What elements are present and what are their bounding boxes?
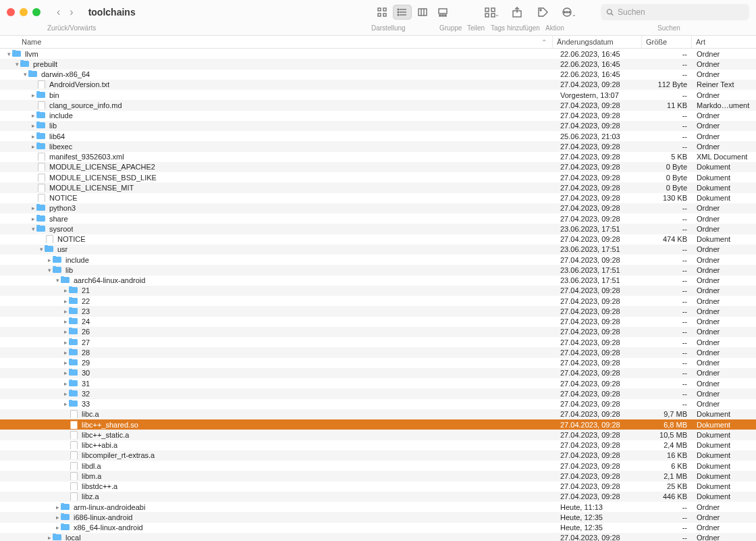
file-list[interactable]: ▾llvm22.06.2023, 16:45--Ordner▾prebuilt2… [0,49,756,541]
tag-button[interactable] [532,6,554,18]
action-button[interactable]: ⌄ [558,6,579,18]
disclose-right-icon[interactable]: ▸ [46,534,53,541]
nav-back-forward[interactable]: ‹ › [57,7,74,18]
file-row[interactable]: ▸x86_64-linux-androidHeute, 12:35--Ordne… [0,523,756,533]
file-row[interactable]: ▸2127.04.2023, 09:28--Ordner [0,286,756,296]
fullscreen-window-button[interactable] [32,8,40,16]
disclose-right-icon[interactable]: ▸ [62,380,69,387]
disclose-right-icon[interactable]: ▸ [62,349,69,356]
disclose-right-icon[interactable]: ▸ [30,112,36,119]
disclose-right-icon[interactable]: ▸ [46,257,53,263]
file-row[interactable]: MODULE_LICENSE_APACHE227.04.2023, 09:280… [0,162,756,172]
file-row[interactable]: MODULE_LICENSE_MIT27.04.2023, 09:280 Byt… [0,182,756,192]
list-view-button[interactable] [393,5,412,20]
file-row[interactable]: clang_source_info.md27.04.2023, 09:2811 … [0,100,756,110]
disclose-down-icon[interactable]: ▾ [46,267,53,274]
file-row[interactable]: ▸2727.04.2023, 09:28--Ordner [0,337,756,347]
file-row[interactable]: ▾sysroot23.06.2023, 17:51--Ordner [0,224,756,234]
file-row[interactable]: ▸2227.04.2023, 09:28--Ordner [0,296,756,306]
file-row[interactable]: NOTICE27.04.2023, 09:28474 KBDokument [0,234,756,244]
file-row[interactable]: ▸2827.04.2023, 09:28--Ordner [0,347,756,357]
disclose-right-icon[interactable]: ▸ [54,524,61,531]
disclose-right-icon[interactable]: ▸ [30,122,36,129]
file-row[interactable]: ▸2927.04.2023, 09:28--Ordner [0,358,756,368]
file-row[interactable]: ▸arm-linux-androideabiHeute, 11:13--Ordn… [0,502,756,512]
disclose-right-icon[interactable]: ▸ [62,359,69,366]
disclose-down-icon[interactable]: ▾ [54,277,61,284]
file-row[interactable]: ▸i686-linux-androidHeute, 12:35--Ordner [0,512,756,522]
search-input[interactable] [618,7,744,17]
close-window-button[interactable] [7,8,15,16]
disclose-right-icon[interactable]: ▸ [62,339,69,346]
column-header-size[interactable]: Größe [641,36,691,48]
file-row[interactable]: ▸binVorgestern, 13:07--Ordner [0,90,756,100]
file-row[interactable]: ▸2427.04.2023, 09:28--Ordner [0,317,756,327]
file-row[interactable]: ▸local27.04.2023, 09:28--Ordner [0,533,756,541]
disclose-right-icon[interactable]: ▸ [62,401,69,407]
disclose-right-icon[interactable]: ▸ [54,514,61,521]
share-button[interactable] [506,6,528,18]
file-row[interactable]: ▸lib27.04.2023, 09:28--Ordner [0,121,756,131]
chevron-left-icon[interactable]: ‹ [57,7,60,18]
file-row[interactable]: ▸python327.04.2023, 09:28--Ordner [0,203,756,213]
disclose-right-icon[interactable]: ▸ [62,287,69,294]
disclose-down-icon[interactable]: ▾ [14,61,20,68]
minimize-window-button[interactable] [20,8,28,16]
file-row[interactable]: ▸3027.04.2023, 09:28--Ordner [0,368,756,378]
file-row[interactable]: ▾llvm22.06.2023, 16:45--Ordner [0,49,756,59]
file-row[interactable]: libdl.a27.04.2023, 09:286 KBDokument [0,461,756,471]
file-row[interactable]: libc.a27.04.2023, 09:289,7 MBDokument [0,409,756,419]
file-row[interactable]: ▾lib23.06.2023, 17:51--Ordner [0,265,756,275]
disclose-down-icon[interactable]: ▾ [38,246,45,253]
disclose-down-icon[interactable]: ▾ [22,71,28,78]
file-row[interactable]: libstdc++.a27.04.2023, 09:2825 KBDokumen… [0,482,756,492]
file-row[interactable]: ▾aarch64-linux-android23.06.2023, 17:51-… [0,276,756,286]
disclose-right-icon[interactable]: ▸ [30,92,36,99]
disclose-right-icon[interactable]: ▸ [62,318,69,325]
file-row[interactable]: ▾usr23.06.2023, 17:51--Ordner [0,244,756,255]
file-row[interactable]: ▸lib6425.06.2023, 21:03--Ordner [0,131,756,141]
file-row[interactable]: MODULE_LICENSE_BSD_LIKE27.04.2023, 09:28… [0,172,756,182]
file-row[interactable]: ▸3127.04.2023, 09:28--Ordner [0,378,756,388]
disclose-right-icon[interactable]: ▸ [62,308,69,315]
column-header-name[interactable]: Name [0,38,541,46]
disclose-down-icon[interactable]: ▾ [30,226,36,232]
chevron-right-icon[interactable]: › [70,7,73,18]
file-row[interactable]: libc++_shared.so27.04.2023, 09:286,8 MBD… [0,419,756,430]
disclose-right-icon[interactable]: ▸ [62,328,69,335]
disclose-right-icon[interactable]: ▸ [30,143,36,150]
file-row[interactable]: ▸2627.04.2023, 09:28--Ordner [0,327,756,337]
file-row[interactable]: libc++_static.a27.04.2023, 09:2810,5 MBD… [0,430,756,440]
column-view-button[interactable] [413,5,432,20]
disclose-right-icon[interactable]: ▸ [30,133,36,140]
file-row[interactable]: ▾prebuilt22.06.2023, 16:45--Ordner [0,59,756,69]
disclose-right-icon[interactable]: ▸ [30,205,36,211]
file-row[interactable]: libcompiler_rt-extras.a27.04.2023, 09:28… [0,450,756,461]
search-box[interactable] [601,4,749,20]
file-row[interactable]: libm.a27.04.2023, 09:282,1 MBDokument [0,471,756,481]
file-row[interactable]: libc++abi.a27.04.2023, 09:282,4 MBDokume… [0,440,756,450]
file-row[interactable]: AndroidVersion.txt27.04.2023, 09:28112 B… [0,80,756,90]
file-row[interactable]: ▸2327.04.2023, 09:28--Ordner [0,306,756,316]
file-row[interactable]: NOTICE27.04.2023, 09:28130 KBDokument [0,193,756,203]
disclose-down-icon[interactable]: ▾ [5,51,12,57]
icon-view-button[interactable] [373,5,392,20]
file-row[interactable]: manifest_9352603.xml27.04.2023, 09:285 K… [0,152,756,162]
gallery-view-button[interactable] [433,5,452,20]
file-row[interactable]: ▸3227.04.2023, 09:28--Ordner [0,388,756,398]
disclose-right-icon[interactable]: ▸ [62,390,69,397]
file-row[interactable]: ▸include27.04.2023, 09:28--Ordner [0,111,756,121]
disclose-right-icon[interactable]: ▸ [54,504,61,511]
file-row[interactable]: ▸libexec27.04.2023, 09:28--Ordner [0,141,756,151]
disclose-right-icon[interactable]: ▸ [62,369,69,376]
file-row[interactable]: libz.a27.04.2023, 09:28446 KBDokument [0,492,756,502]
file-row[interactable]: ▸include27.04.2023, 09:28--Ordner [0,255,756,265]
group-by-button[interactable]: ⌄ [481,6,502,18]
disclose-right-icon[interactable]: ▸ [62,298,69,305]
disclose-right-icon[interactable]: ▸ [30,215,36,222]
file-row[interactable]: ▸3327.04.2023, 09:28--Ordner [0,399,756,409]
column-header-kind[interactable]: Art [691,36,756,48]
file-row[interactable]: ▾darwin-x86_6422.06.2023, 16:45--Ordner [0,70,756,80]
file-row[interactable]: ▸share27.04.2023, 09:28--Ordner [0,213,756,224]
column-header-date[interactable]: Änderungsdatum [552,36,641,48]
